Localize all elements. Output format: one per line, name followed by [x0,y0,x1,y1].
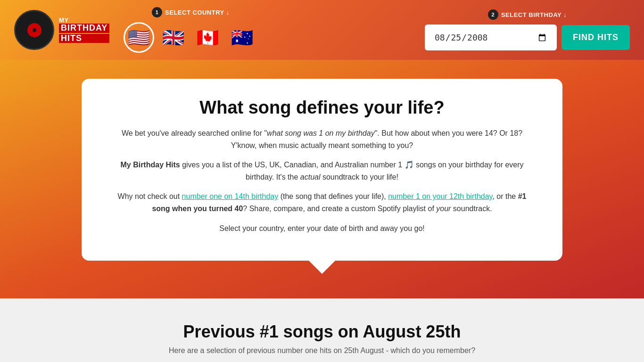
logo-text: MY BIRTHDAY HITS [59,17,109,43]
logo-hits: HITS [59,34,109,43]
country-flags: 🇺🇸 🇬🇧 🇨🇦 🇦🇺 [124,22,257,53]
logo-vinyl [14,10,54,50]
hero-paragraph-4: Select your country, enter your date of … [110,222,534,235]
hero-section: What song defines your life? We bet you'… [0,60,644,298]
logo-vinyl-center [27,23,41,37]
hero-paragraph-3: Why not check out number one on 14th bir… [110,190,534,214]
find-hits-button[interactable]: FIND HITS [561,25,630,50]
lower-subtitle: Here are a selection of previous number … [14,346,630,355]
logo-vinyl-dot [33,28,36,32]
step2-text: SELECT BIRTHDAY ↓ [501,11,567,18]
lower-title: Previous #1 songs on August 25th [14,322,630,342]
date-row: FIND HITS [425,25,630,50]
flag-uk[interactable]: 🇬🇧 [158,22,189,53]
logo-area: MY BIRTHDAY HITS [14,10,109,50]
step1-badge: 1 [152,7,162,17]
step2-label: 2 SELECT BIRTHDAY ↓ [488,9,567,20]
step1-text: SELECT COUNTRY ↓ [165,9,230,16]
hero-card: What song defines your life? We bet you'… [82,79,562,261]
step1-label: 1 SELECT COUNTRY ↓ [152,7,230,17]
step2-section: 2 SELECT BIRTHDAY ↓ FIND HITS [425,9,630,50]
hero-paragraph-1: We bet you've already searched online fo… [110,127,534,151]
logo-birthday: BIRTHDAY [59,24,109,33]
flag-ca[interactable]: 🇨🇦 [192,22,223,53]
flag-us[interactable]: 🇺🇸 [124,22,154,53]
logo-my: MY [59,17,109,24]
flag-au[interactable]: 🇦🇺 [227,22,257,53]
lower-section: Previous #1 songs on August 25th Here ar… [0,298,644,362]
step1-section: 1 SELECT COUNTRY ↓ 🇺🇸 🇬🇧 🇨🇦 🇦🇺 [124,7,257,53]
hero-paragraph-2: My Birthday Hits gives you a list of the… [110,159,534,183]
birthday-input[interactable] [425,25,557,50]
link-12th-birthday[interactable]: number 1 on your 12th birthday [388,192,492,200]
header: MY BIRTHDAY HITS 1 SELECT COUNTRY ↓ 🇺🇸 🇬… [0,0,644,60]
hero-title: What song defines your life? [110,98,534,118]
link-14th-birthday[interactable]: number one on 14th birthday [182,192,279,200]
step2-badge: 2 [488,9,498,20]
